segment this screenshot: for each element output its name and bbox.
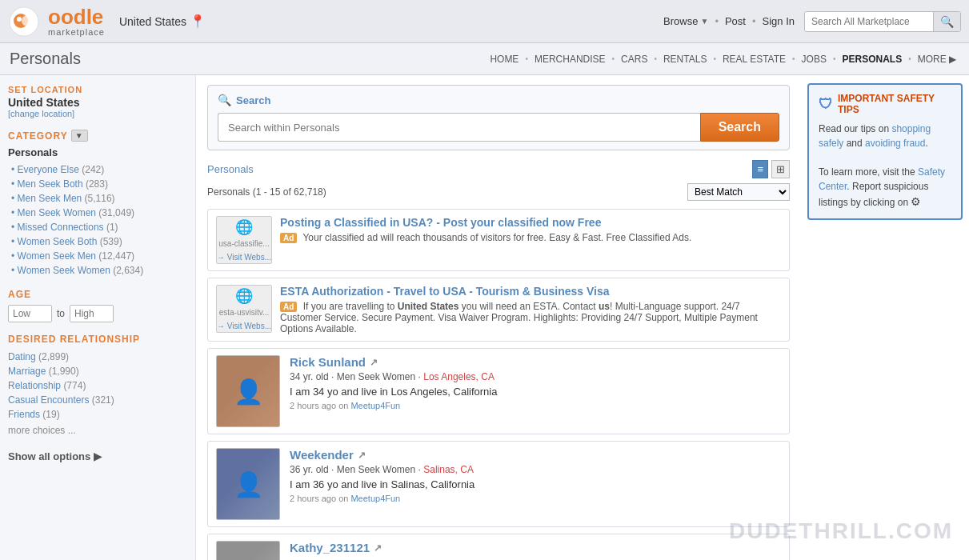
top-search-input[interactable] xyxy=(805,13,933,30)
safety-tips-box: 🛡 IMPORTANT SAFETY TIPS Read our tips on… xyxy=(807,83,963,220)
person-name-3[interactable]: Kathy_231121 ↗ xyxy=(290,541,781,554)
more-choices-link[interactable]: more choices ... xyxy=(8,425,187,436)
results-header: Personals ≡ ⊞ xyxy=(207,160,790,178)
show-all-label: Show all options xyxy=(8,450,90,462)
rel-marriage[interactable]: Marriage (1,990) xyxy=(8,364,187,378)
category-women-seek-men[interactable]: • Women Seek Men (12,447) xyxy=(11,249,187,263)
nav-separator-2: • xyxy=(752,15,756,27)
set-location-label: SET LOCATION xyxy=(8,85,187,94)
location-text: United States xyxy=(119,15,186,28)
list-view-button[interactable]: ≡ xyxy=(752,160,768,178)
search-input-row: Search xyxy=(218,113,779,142)
top-header: oodle marketplace United States 📍 Browse… xyxy=(0,0,969,43)
top-nav-links: Browse ▼ • Post • Sign In xyxy=(663,15,795,27)
ad-text-1: Ad Your classified ad will reach thousan… xyxy=(280,232,781,243)
age-section-header: AGE xyxy=(8,289,187,300)
logo-area: oodle marketplace United States 📍 xyxy=(8,6,206,38)
person-name-1[interactable]: Rick Sunland ↗ xyxy=(290,355,781,369)
show-all-options-button[interactable]: Show all options ▶ xyxy=(8,450,187,462)
safety-header: 🛡 IMPORTANT SAFETY TIPS xyxy=(819,93,951,115)
person-listing-3: 👤 Kathy_231121 ↗ xyxy=(207,534,790,560)
category-label: CATEGORY xyxy=(8,130,68,142)
age-to-label: to xyxy=(57,308,65,319)
external-link-icon-1: ↗ xyxy=(370,357,378,368)
nav-real-estate[interactable]: REAL ESTATE xyxy=(719,52,789,66)
ad-globe-icon-1: 🌐 xyxy=(235,218,253,236)
ad-title-1[interactable]: Posting a Classified in USA? - Post your… xyxy=(280,216,781,229)
age-low-input[interactable] xyxy=(8,305,52,322)
results-breadcrumb: Personals xyxy=(207,163,254,175)
breadcrumb-personals-link[interactable]: Personals xyxy=(207,163,254,175)
category-list: • Everyone Else (242) • Men Seek Both (2… xyxy=(8,162,187,278)
rel-dating[interactable]: Dating (2,899) xyxy=(8,350,187,364)
location-badge: United States 📍 xyxy=(119,14,206,29)
category-everyone-else[interactable]: • Everyone Else (242) xyxy=(11,162,187,177)
rel-casual-encounters[interactable]: Casual Encounters (321) xyxy=(8,393,187,407)
signin-link[interactable]: Sign In xyxy=(763,15,795,27)
logo-oodle: oodle xyxy=(48,6,103,27)
safety-center-link[interactable]: Safety Center xyxy=(819,166,945,192)
category-men-seek-both[interactable]: • Men Seek Both (283) xyxy=(11,177,187,191)
results-count: Personals (1 - 15 of 62,718) xyxy=(207,186,326,198)
category-missed-connections[interactable]: • Missed Connections (1) xyxy=(11,220,187,234)
category-section-header: CATEGORY ▼ xyxy=(8,130,187,142)
search-button[interactable]: Search xyxy=(700,113,779,142)
right-sidebar: 🛡 IMPORTANT SAFETY TIPS Read our tips on… xyxy=(801,75,969,560)
age-high-input[interactable] xyxy=(70,305,114,322)
person-name-2[interactable]: Weekender ↗ xyxy=(290,448,781,462)
visit-website-link-2[interactable]: → Visit Webs... xyxy=(217,322,271,330)
top-search-button[interactable]: 🔍 xyxy=(933,12,960,31)
post-link[interactable]: Post xyxy=(725,15,746,27)
person-photo-3: 👤 xyxy=(216,541,280,560)
search-input[interactable] xyxy=(218,113,700,142)
category-women-seek-women[interactable]: • Women Seek Women (2,634) xyxy=(11,263,187,278)
nav-home[interactable]: HOME xyxy=(487,52,522,66)
logo-text: oodle marketplace xyxy=(48,6,105,37)
page-title: Personals xyxy=(10,50,81,68)
search-title-text: Search xyxy=(236,94,270,106)
ad-listing-1: 🌐 usa-classifie... → Visit Webs... Posti… xyxy=(207,209,790,271)
show-all-arrow-icon: ▶ xyxy=(94,450,102,462)
ad-badge-2: Ad xyxy=(280,302,297,312)
ad-content-1: Posting a Classified in USA? - Post your… xyxy=(280,216,781,264)
visit-website-link-1[interactable]: → Visit Webs... xyxy=(217,253,271,262)
person-content-1: Rick Sunland ↗ 34 yr. old · Men Seek Wom… xyxy=(290,355,781,427)
person-listing-2: 👤 Weekender ↗ 36 yr. old · Men Seek Wome… xyxy=(207,441,790,527)
top-nav-right: Browse ▼ • Post • Sign In 🔍 xyxy=(663,11,961,32)
person-photo-2: 👤 xyxy=(216,448,280,520)
nav-rentals[interactable]: RENTALS xyxy=(660,52,710,66)
sort-select[interactable]: Best Match Newest Price: Low to High xyxy=(687,183,790,201)
category-dropdown[interactable]: ▼ xyxy=(71,130,88,142)
search-panel: 🔍 Search Search xyxy=(207,85,790,150)
rel-relationship[interactable]: Relationship (774) xyxy=(8,378,187,393)
nav-cars[interactable]: CARS xyxy=(618,52,651,66)
oodle-logo-icon xyxy=(8,6,40,38)
ad-thumb-1: 🌐 usa-classifie... → Visit Webs... xyxy=(216,216,272,264)
svg-point-2 xyxy=(22,15,33,26)
ad-listing-2: 🌐 esta-usvisitv... → Visit Webs... ESTA … xyxy=(207,278,790,342)
nav-more[interactable]: MORE ▶ xyxy=(915,52,959,66)
change-location-link[interactable]: [change location] xyxy=(8,109,187,118)
avoiding-fraud-link[interactable]: avoiding fraud xyxy=(865,138,925,149)
page-title-bar: Personals HOME • MERCHANDISE • CARS • RE… xyxy=(0,43,969,75)
ad-thumb-label-1: usa-classifie... xyxy=(218,239,269,248)
ad-title-2[interactable]: ESTA Authorization - Travel to USA - Tou… xyxy=(280,285,781,298)
category-men-seek-women[interactable]: • Men Seek Women (31,049) xyxy=(11,206,187,220)
person-meta-1: 34 yr. old · Men Seek Women · Los Angele… xyxy=(290,371,781,382)
search-panel-title: 🔍 Search xyxy=(218,94,779,106)
person-time-1: 2 hours ago on Meetup4Fun xyxy=(290,401,781,410)
main-layout: SET LOCATION United States [change locat… xyxy=(0,75,969,560)
search-icon: 🔍 xyxy=(218,94,231,106)
browse-button[interactable]: Browse ▼ xyxy=(663,15,708,27)
category-women-seek-both[interactable]: • Women Seek Both (539) xyxy=(11,234,187,249)
nav-merchandise[interactable]: MERCHANDISE xyxy=(531,52,609,66)
person-meta-2: 36 yr. old · Men Seek Women · Salinas, C… xyxy=(290,464,781,475)
rel-friends[interactable]: Friends (19) xyxy=(8,407,187,422)
nav-personals[interactable]: PERSONALS xyxy=(839,52,905,66)
nav-jobs[interactable]: JOBS xyxy=(799,52,830,66)
nav-separator: • xyxy=(715,15,719,27)
logo-marketplace: marketplace xyxy=(48,27,105,37)
grid-view-button[interactable]: ⊞ xyxy=(771,160,790,178)
category-men-seek-men[interactable]: • Men Seek Men (5,116) xyxy=(11,191,187,206)
person-photo-1: 👤 xyxy=(216,355,280,427)
